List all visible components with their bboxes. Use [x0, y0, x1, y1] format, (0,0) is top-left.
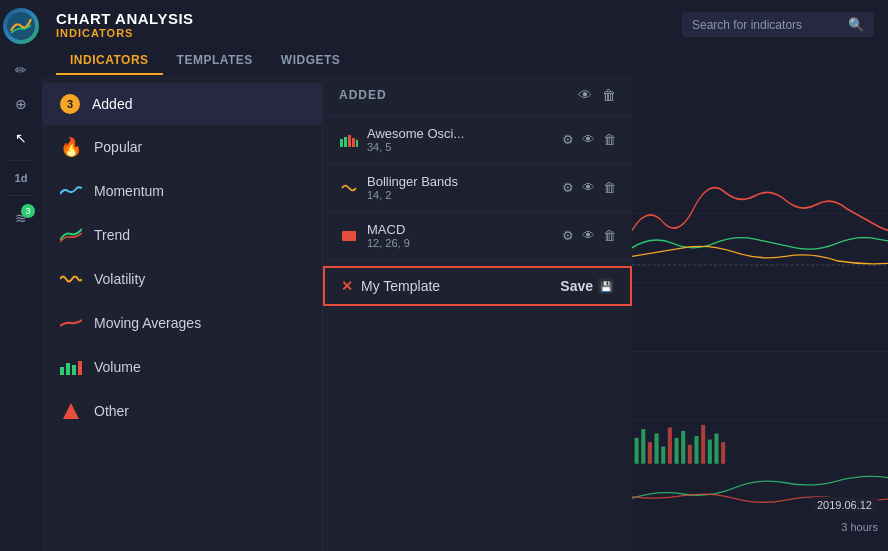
bollinger-icon [339, 178, 359, 198]
added-header-title: ADDED [339, 88, 570, 102]
svg-rect-1 [60, 367, 64, 375]
category-item-volatility[interactable]: Volatility [42, 257, 322, 301]
category-label-other: Other [94, 403, 129, 419]
zoom-icon[interactable]: ⊕ [5, 88, 37, 120]
indicator-actions-awesome: ⚙ 👁 🗑 [562, 132, 616, 147]
svg-rect-7 [344, 137, 347, 147]
category-item-added[interactable]: 3 Added [42, 83, 322, 125]
close-template-button[interactable]: ✕ [341, 278, 353, 294]
indicator-name-bollinger: Bollinger Bands [367, 174, 554, 189]
category-item-trend[interactable]: Trend [42, 213, 322, 257]
svg-rect-21 [655, 434, 659, 464]
svg-rect-6 [340, 139, 343, 147]
visibility-icon[interactable]: 👁 [578, 87, 592, 103]
search-icon: 🔍 [848, 17, 864, 32]
svg-rect-3 [72, 365, 76, 375]
category-item-volume[interactable]: Volume [42, 345, 322, 389]
template-name-input[interactable] [361, 278, 552, 294]
indicator-name-macd: MACD [367, 222, 554, 237]
indicator-info-awesome: Awesome Osci... 34, 5 [367, 126, 554, 153]
search-box[interactable]: 🔍 [682, 12, 874, 37]
category-label-volume: Volume [94, 359, 141, 375]
indicator-item-macd: MACD 12, 26, 9 ⚙ 👁 🗑 [323, 212, 632, 260]
category-label-added: Added [92, 96, 132, 112]
svg-rect-10 [356, 140, 358, 147]
chart-svg [632, 75, 888, 551]
indicator-actions-macd: ⚙ 👁 🗑 [562, 228, 616, 243]
save-template-button[interactable]: Save 💾 [560, 278, 614, 294]
svg-rect-22 [661, 446, 665, 463]
svg-rect-30 [714, 434, 718, 464]
tab-widgets[interactable]: WIDGETS [267, 47, 355, 75]
header: CHART ANALYSIS INDICATORS 🔍 INDICATORS T… [42, 0, 888, 75]
left-sidebar: ✏ ⊕ ↖ 1d ≋ 3 [0, 0, 42, 551]
moving-averages-icon [60, 312, 82, 334]
settings-icon-macd[interactable]: ⚙ [562, 228, 574, 243]
indicator-item-bollinger: Bollinger Bands 14, 2 ⚙ 👁 🗑 [323, 164, 632, 212]
save-label: Save [560, 278, 593, 294]
indicator-actions-bollinger: ⚙ 👁 🗑 [562, 180, 616, 195]
svg-rect-18 [635, 438, 639, 464]
indicator-item-awesome: Awesome Osci... 34, 5 ⚙ 👁 🗑 [323, 116, 632, 164]
indicator-name-awesome: Awesome Osci... [367, 126, 554, 141]
app-title: CHART ANALYSIS [56, 10, 194, 27]
draw-icon[interactable]: ✏ [5, 54, 37, 86]
visibility-icon-awesome[interactable]: 👁 [582, 132, 595, 147]
svg-marker-5 [63, 403, 79, 419]
svg-rect-28 [701, 425, 705, 464]
svg-rect-23 [668, 427, 672, 463]
macd-icon [339, 226, 359, 246]
svg-rect-29 [708, 440, 712, 464]
popular-icon: 🔥 [60, 136, 82, 158]
delete-icon-bollinger[interactable]: 🗑 [603, 180, 616, 195]
added-panel: ADDED 👁 🗑 Awes [322, 75, 632, 551]
delete-icon[interactable]: 🗑 [602, 87, 616, 103]
category-item-popular[interactable]: 🔥 Popular [42, 125, 322, 169]
svg-rect-24 [674, 438, 678, 464]
svg-rect-27 [694, 436, 698, 464]
other-icon [60, 400, 82, 422]
category-item-other[interactable]: Other [42, 389, 322, 433]
sidebar-divider [9, 160, 33, 161]
svg-rect-2 [66, 363, 70, 375]
visibility-icon-macd[interactable]: 👁 [582, 228, 595, 243]
visibility-icon-bollinger[interactable]: 👁 [582, 180, 595, 195]
indicators-badge: 3 [21, 204, 35, 218]
category-label-moving-averages: Moving Averages [94, 315, 201, 331]
volatility-icon [60, 268, 82, 290]
indicator-params-macd: 12, 26, 9 [367, 237, 554, 249]
indicator-info-bollinger: Bollinger Bands 14, 2 [367, 174, 554, 201]
save-template-row: ✕ Save 💾 [323, 266, 632, 306]
svg-rect-4 [78, 361, 82, 375]
added-header: ADDED 👁 🗑 [323, 75, 632, 116]
tab-indicators[interactable]: INDICATORS [56, 47, 163, 75]
active-tab-subtitle: INDICATORS [56, 27, 194, 39]
delete-icon-awesome[interactable]: 🗑 [603, 132, 616, 147]
svg-rect-9 [352, 138, 355, 147]
settings-icon-awesome[interactable]: ⚙ [562, 132, 574, 147]
indicator-params-bollinger: 14, 2 [367, 189, 554, 201]
pointer-icon[interactable]: ↖ [5, 122, 37, 154]
chart-area: 2019.06.12 3 hours [632, 75, 888, 551]
added-badge: 3 [60, 94, 80, 114]
settings-icon-bollinger[interactable]: ⚙ [562, 180, 574, 195]
category-item-moving-averages[interactable]: Moving Averages [42, 301, 322, 345]
category-item-momentum[interactable]: Momentum [42, 169, 322, 213]
svg-rect-26 [688, 445, 692, 464]
svg-rect-11 [342, 231, 356, 241]
trend-icon [60, 224, 82, 246]
tab-templates[interactable]: TEMPLATES [163, 47, 267, 75]
search-input[interactable] [692, 18, 842, 32]
timeframe-button[interactable]: 1d [5, 167, 37, 189]
svg-rect-31 [721, 442, 725, 464]
indicator-info-macd: MACD 12, 26, 9 [367, 222, 554, 249]
category-list: 3 Added 🔥 Popular Momentum [42, 75, 322, 551]
delete-icon-macd[interactable]: 🗑 [603, 228, 616, 243]
added-header-icons: 👁 🗑 [578, 87, 616, 103]
category-label-momentum: Momentum [94, 183, 164, 199]
svg-rect-8 [348, 135, 351, 147]
indicators-icon[interactable]: ≋ 3 [5, 202, 37, 234]
momentum-icon [60, 180, 82, 202]
tabs: INDICATORS TEMPLATES WIDGETS [56, 47, 874, 75]
volume-icon [60, 356, 82, 378]
